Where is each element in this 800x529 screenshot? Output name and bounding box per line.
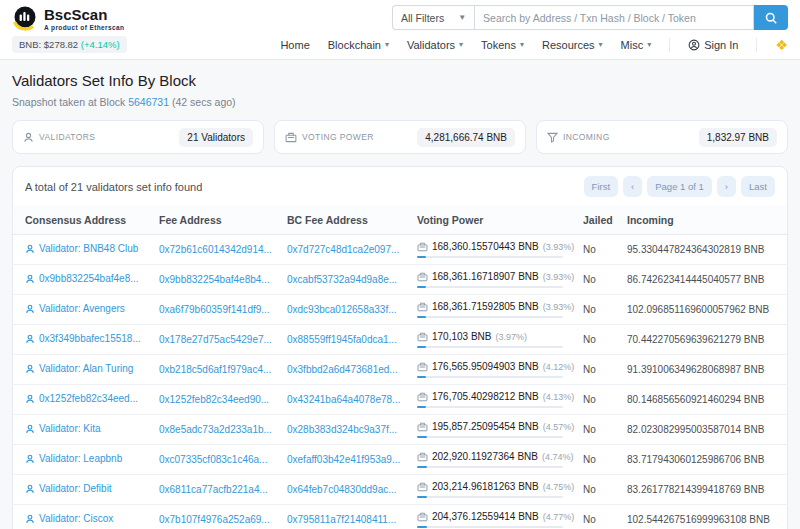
nav-home[interactable]: Home: [280, 39, 309, 51]
bc-fee-address-link[interactable]: 0xcabf53732a94d9a8e...: [287, 274, 397, 285]
incoming-value: 95.330447824364302819 BNB: [621, 235, 787, 265]
bscscan-logo[interactable]: BscScan A product of Etherscan: [12, 5, 124, 32]
pagination-last-button[interactable]: Last: [741, 176, 775, 197]
nav-resources[interactable]: Resources ▾: [542, 39, 603, 51]
table-row: Validator: Avengers 0xa6f79b60359f141df9…: [13, 295, 787, 325]
voting-power-bar: [417, 406, 563, 408]
brand-subtitle: A product of Etherscan: [44, 24, 124, 31]
bnb-price-badge[interactable]: BNB: $278.82 (+4.14%): [12, 36, 127, 53]
bc-fee-address-link[interactable]: 0x7d727c48d1ca2e097...: [287, 244, 399, 255]
fee-address-link[interactable]: 0x178e27d75ac5429e7...: [159, 334, 272, 345]
voting-power-bar: [417, 286, 563, 288]
fee-address-link[interactable]: 0x8e5adc73a2d233a1b...: [159, 424, 272, 435]
fee-address-link[interactable]: 0x72b61c6014342d914...: [159, 244, 272, 255]
funnel-icon: [547, 132, 558, 143]
voting-power-bar-fill: [417, 256, 426, 258]
voting-power-percent: (3.93%): [543, 272, 575, 282]
jailed-value: No: [577, 295, 621, 325]
pagination-prev-button[interactable]: ‹: [623, 176, 642, 197]
voting-power-bar-fill: [417, 496, 427, 498]
pagination-first-button[interactable]: First: [584, 176, 618, 197]
fee-address-link[interactable]: 0xb218c5d6af1f979ac4...: [159, 364, 271, 375]
main-nav: Home Blockchain ▾ Validators ▾ Tokens ▾ …: [280, 38, 788, 52]
bc-fee-address-link[interactable]: 0x795811a7f21408411...: [287, 514, 396, 525]
ballot-icon: [417, 422, 428, 432]
fee-address-link[interactable]: 0x7b107f4976a252a69...: [159, 514, 270, 525]
bc-fee-address-link[interactable]: 0x3fbbd2a6d473681ed...: [287, 364, 398, 375]
incoming-card-value: 1,832.97 BNB: [699, 128, 777, 147]
consensus-address-link[interactable]: Validator: BNB48 Club: [25, 243, 138, 254]
jailed-value: No: [577, 235, 621, 265]
voting-power-value: 176,705.40298212 BNB: [432, 391, 539, 402]
snapshot-block-link[interactable]: 5646731: [128, 96, 169, 108]
bc-fee-address-link[interactable]: 0x28b383d324bc9a37f...: [287, 424, 397, 435]
chevron-down-icon: ▾: [520, 40, 524, 49]
validators-table-body: Validator: BNB48 Club 0x72b61c6014342d91…: [13, 235, 787, 529]
fee-address-link[interactable]: 0x6811ca77acfb221a4...: [159, 484, 268, 495]
search-filter-label: All Filters: [401, 12, 444, 24]
voting-power-bar-fill: [417, 466, 427, 468]
bc-fee-address-link[interactable]: 0x43241ba64a4078e78...: [287, 394, 400, 405]
incoming-card: INCOMING 1,832.97 BNB: [536, 120, 788, 154]
consensus-address-link[interactable]: Validator: Alan Turing: [25, 363, 133, 374]
voting-power-bar-fill: [417, 406, 426, 408]
nav-validators[interactable]: Validators ▾: [407, 39, 463, 51]
search-bar: All Filters ▼: [392, 5, 788, 30]
voting-power-percent: (3.93%): [543, 302, 575, 312]
ballot-icon: [417, 392, 428, 402]
pagination-next-button[interactable]: ›: [717, 176, 736, 197]
validators-card: VALIDATORS 21 Validators: [12, 120, 264, 154]
voting-power-card: VOTING POWER 4,281,666.74 BNB: [274, 120, 526, 154]
nav-misc[interactable]: Misc ▾: [621, 39, 652, 51]
consensus-address-link[interactable]: Validator: Ciscox: [25, 513, 113, 524]
consensus-address-link[interactable]: Validator: Kita: [25, 423, 101, 434]
voting-power-percent: (3.97%): [496, 332, 528, 342]
voting-power-value: 203,214.96181263 BNB: [432, 481, 539, 492]
fee-address-link[interactable]: 0xa6f79b60359f141df9...: [159, 304, 270, 315]
table-row: Validator: Leapbnb 0xc07335cf083c1c46a..…: [13, 445, 787, 475]
bc-fee-address-link[interactable]: 0xdc93bca012658a33f...: [287, 304, 397, 315]
incoming-card-label: INCOMING: [563, 132, 610, 142]
validators-table-card: A total of 21 validators set info found …: [12, 166, 788, 529]
bscscan-logo-icon: [12, 5, 38, 32]
search-button[interactable]: [754, 5, 788, 30]
consensus-address-link[interactable]: 0x3f349bbafec15518...: [25, 333, 141, 344]
col-incoming: Incoming: [621, 206, 787, 235]
person-icon: [25, 484, 35, 494]
fee-address-link[interactable]: 0xc07335cf083c1c46a...: [159, 454, 267, 465]
ballot-icon: [417, 362, 428, 372]
search-icon: [765, 12, 777, 24]
table-summary: A total of 21 validators set info found: [25, 181, 202, 193]
incoming-value: 82.023082995003587014 BNB: [621, 415, 787, 445]
consensus-address-link[interactable]: Validator: Leapbnb: [25, 453, 122, 464]
consensus-address-link[interactable]: Validator: Avengers: [25, 303, 125, 314]
incoming-value: 83.261778214399418769 BNB: [621, 475, 787, 505]
person-icon: [25, 304, 35, 314]
col-bc-fee-address: BC Fee Address: [281, 206, 411, 235]
incoming-value: 102.096851169600057962 BNB: [621, 295, 787, 325]
ballot-icon: [417, 452, 428, 462]
bnb-price-change: (+4.14%): [81, 39, 120, 50]
consensus-address-link[interactable]: 0x1252feb82c34eed...: [25, 393, 138, 404]
consensus-address-link[interactable]: 0x9bb832254baf4e8...: [25, 273, 139, 284]
voting-power-percent: (3.93%): [543, 242, 575, 252]
search-filter-select[interactable]: All Filters ▼: [392, 5, 474, 30]
search-input[interactable]: [474, 5, 754, 30]
binance-chain-icon[interactable]: ❖: [775, 38, 788, 52]
consensus-address-link[interactable]: Validator: Defibit: [25, 483, 112, 494]
table-row: Validator: Kita 0x8e5adc73a2d233a1b... 0…: [13, 415, 787, 445]
chevron-down-icon: ▼: [458, 13, 466, 22]
nav-blockchain[interactable]: Blockchain ▾: [328, 39, 389, 51]
nav-tokens[interactable]: Tokens ▾: [481, 39, 524, 51]
voting-power-value: 168,361.71592805 BNB: [432, 301, 539, 312]
voting-power-percent: (4.74%): [542, 452, 574, 462]
bc-fee-address-link[interactable]: 0x64feb7c04830dd9ac...: [287, 484, 397, 495]
jailed-value: No: [577, 355, 621, 385]
fee-address-link[interactable]: 0x9bb832254baf4e8b4...: [159, 274, 270, 285]
sign-in-button[interactable]: Sign In: [688, 39, 738, 51]
bc-fee-address-link[interactable]: 0xefaff03b42e41f953a9...: [287, 454, 400, 465]
ballot-icon: [417, 512, 428, 522]
voting-power-value: 170,103 BNB: [432, 331, 492, 342]
bc-fee-address-link[interactable]: 0x88559ff1945fa0dca1...: [287, 334, 397, 345]
fee-address-link[interactable]: 0x1252feb82c34eed90...: [159, 394, 269, 405]
